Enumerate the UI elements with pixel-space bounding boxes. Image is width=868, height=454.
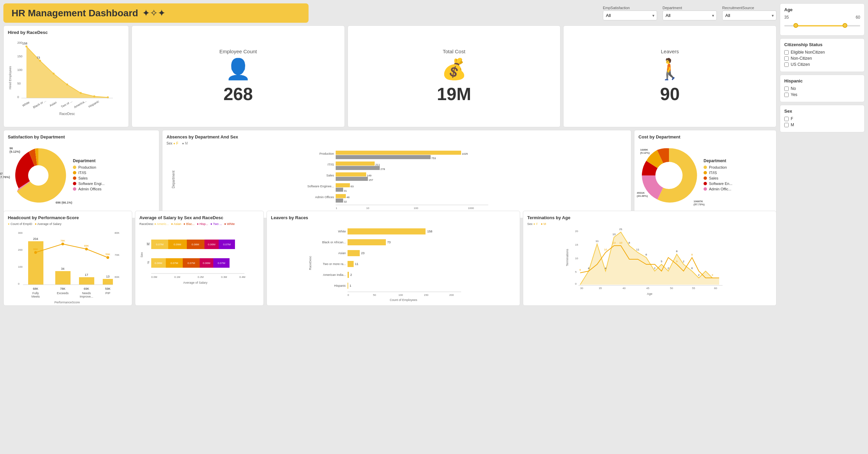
svg-text:PIP: PIP: [105, 291, 111, 295]
svg-point-76: [61, 243, 64, 245]
department-select[interactable]: All: [663, 11, 717, 20]
svg-text:150: 150: [424, 294, 429, 297]
svg-text:60: 60: [714, 287, 717, 290]
svg-text:Two or more ra...: Two or more ra...: [323, 262, 346, 266]
svg-text:8: 8: [691, 253, 693, 256]
svg-text:100: 100: [398, 294, 403, 297]
svg-rect-40: [336, 183, 350, 187]
recruitmentsource-select[interactable]: All: [722, 11, 776, 20]
row2: Satisfaction by Department: [3, 130, 776, 208]
svg-text:Hired Employees: Hired Employees: [8, 66, 12, 89]
svg-text:1: 1: [336, 207, 337, 210]
svg-rect-138: [348, 283, 348, 289]
svg-rect-69: [79, 277, 94, 285]
svg-text:Meets: Meets: [32, 295, 40, 298]
svg-text:13: 13: [613, 233, 616, 236]
hired-by-race-card: Hired by RaceDesc 200 150 100 50 0 Hired…: [3, 25, 129, 127]
svg-text:1: 1: [350, 284, 351, 287]
svg-text:Software Enginee...: Software Enginee...: [307, 185, 334, 188]
satisfaction-card: Satisfaction by Department: [3, 130, 159, 218]
hispanic-filter-title: Hispanic: [784, 78, 860, 83]
svg-text:69K: 69K: [84, 244, 89, 247]
svg-text:0.09M: 0.09M: [174, 243, 181, 246]
absences-title: Absences by Department And Sex: [166, 134, 627, 139]
empsatisfaction-select[interactable]: All: [603, 11, 657, 20]
svg-text:0.06M: 0.06M: [203, 262, 211, 265]
svg-text:157: 157: [369, 178, 373, 182]
svg-text:American India...: American India...: [323, 273, 346, 277]
svg-point-78: [106, 256, 109, 259]
svg-text:1000: 1000: [468, 207, 474, 210]
age-slider-left-thumb[interactable]: [793, 23, 798, 28]
svg-rect-47: [336, 198, 343, 203]
sex-f-checkbox[interactable]: [784, 117, 789, 121]
total-cost-value: 19M: [437, 84, 471, 104]
citizenship-uscitizen-checkbox[interactable]: [784, 62, 789, 67]
svg-text:13: 13: [613, 241, 616, 244]
citizenship-uscitizen-item: US Citizen: [784, 62, 860, 67]
employee-count-icon: 👤: [225, 57, 251, 81]
svg-text:80K: 80K: [115, 231, 120, 234]
sex-m-checkbox[interactable]: [784, 123, 789, 127]
svg-text:Hispanic: Hispanic: [334, 284, 346, 287]
svg-point-7: [39, 60, 41, 62]
filter-dropdowns: EmpSatisfaction All Department All: [603, 6, 776, 20]
row3: Headcount by Performance-Score ● Count o…: [3, 211, 776, 306]
svg-rect-30: [336, 162, 375, 166]
hired-by-race-chart: 200 150 100 50 0 Hired Employees: [8, 37, 123, 118]
svg-text:55: 55: [692, 287, 695, 290]
svg-text:10: 10: [604, 248, 607, 251]
right-sidebar: Age 35 60 Citizenship Status Eligible No…: [780, 3, 865, 451]
svg-rect-129: [348, 250, 360, 256]
svg-text:23: 23: [361, 251, 364, 255]
citizenship-uscitizen-label: US Citizen: [791, 62, 810, 67]
svg-point-10: [80, 92, 82, 94]
age-slider-right-thumb[interactable]: [843, 23, 847, 28]
age-slider-track[interactable]: [784, 22, 860, 29]
absences-card: Absences by Department And Sex Sex ● F ●…: [162, 130, 631, 218]
svg-text:2: 2: [654, 267, 656, 270]
svg-text:158: 158: [427, 230, 432, 233]
sex-f-label: F: [791, 116, 793, 121]
svg-text:Exceeds: Exceeds: [57, 291, 69, 295]
svg-text:45: 45: [646, 287, 649, 290]
leavers-title: Leavers by Races: [271, 215, 516, 220]
headcount-card: Headcount by Performance-Score ● Count o…: [3, 211, 132, 306]
svg-text:32: 32: [344, 200, 347, 203]
svg-text:Sales: Sales: [326, 174, 334, 177]
salary-race-legend: RaceDesc ● Americ... ● Asian ● Blac... ●…: [139, 222, 259, 226]
svg-rect-72: [103, 279, 113, 285]
svg-text:150: 150: [17, 55, 22, 58]
svg-text:White: White: [22, 100, 30, 107]
svg-text:0.07M: 0.07M: [218, 262, 225, 265]
svg-text:0: 0: [18, 282, 20, 285]
svg-text:10: 10: [366, 207, 369, 210]
sex-filter-section: Sex F M: [780, 105, 865, 132]
satisfaction-pie: [8, 145, 69, 206]
sex-m-label: M: [791, 122, 794, 127]
svg-text:50: 50: [670, 287, 673, 290]
svg-text:158: 158: [22, 42, 27, 45]
citizenship-eligible-checkbox[interactable]: [784, 50, 789, 55]
svg-rect-42: [336, 188, 343, 192]
svg-rect-132: [348, 261, 354, 267]
citizenship-eligible-item: Eligible NonCitizen: [784, 50, 860, 55]
svg-point-55: [655, 162, 683, 189]
svg-text:2: 2: [698, 273, 700, 277]
svg-text:Black or African...: Black or African...: [322, 241, 346, 244]
svg-text:Admin Offices: Admin Offices: [315, 195, 334, 199]
department-label: Department: [663, 6, 717, 10]
svg-text:9: 9: [579, 268, 581, 271]
svg-text:31: 31: [344, 189, 347, 192]
svg-text:0: 0: [17, 95, 19, 99]
header: HR Management Dashboard ✦✧✦ EmpSatisfact…: [3, 3, 776, 23]
hispanic-no-checkbox[interactable]: [784, 87, 789, 91]
svg-text:M: M: [147, 242, 150, 246]
svg-text:40: 40: [623, 287, 626, 290]
svg-text:100: 100: [414, 207, 418, 210]
hispanic-yes-checkbox[interactable]: [784, 93, 789, 97]
svg-text:Hispanic: Hispanic: [88, 99, 100, 108]
svg-rect-35: [336, 172, 366, 176]
citizenship-noncitizen-checkbox[interactable]: [784, 56, 789, 61]
svg-text:9: 9: [676, 260, 678, 263]
